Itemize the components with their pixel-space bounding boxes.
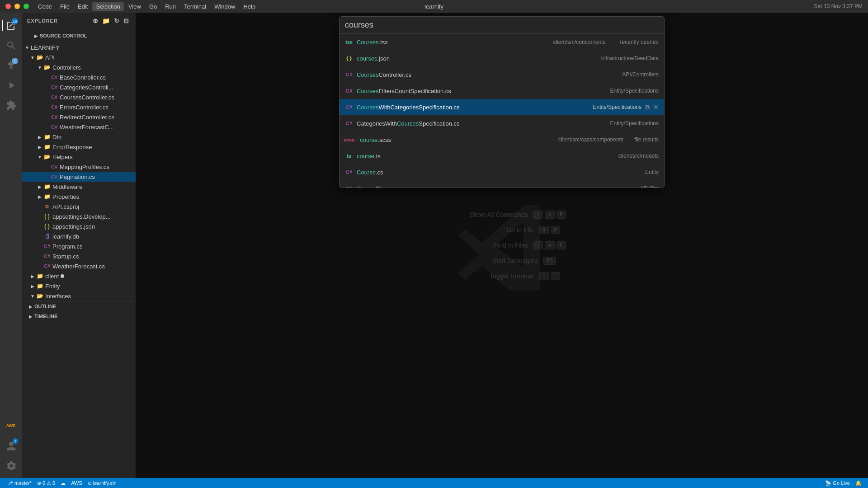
collapse-icon[interactable]: ⊟ — [123, 16, 130, 25]
timeline-header[interactable]: ▶ TIMELINE — [22, 311, 136, 321]
file-mappingprofiles[interactable]: ▶ C# MappingProfiles.cs — [22, 162, 136, 172]
file-weatherforecast[interactable]: ▶ C# WeatherForecastC... — [22, 122, 136, 132]
controllers-folder[interactable]: ▼ 📂 Controllers — [22, 62, 136, 72]
status-cloud[interactable]: ☁ — [58, 478, 68, 488]
file-label5: RedirectController.cs — [60, 114, 114, 121]
file-label8: Pagination.cs — [60, 174, 95, 180]
menu-edit[interactable]: Edit — [74, 2, 91, 11]
menu-view[interactable]: View — [125, 2, 145, 11]
file-weatherforecastcs[interactable]: ▶ C# WeatherForecast.cs — [22, 261, 136, 271]
api-folder[interactable]: ▼ 📂 API — [22, 52, 136, 62]
middleware-folder[interactable]: ▶ 📁 Middleware — [22, 182, 136, 192]
settings-icon[interactable] — [2, 456, 20, 474]
close-button[interactable] — [5, 4, 11, 9]
menu-run[interactable]: Run — [161, 2, 179, 11]
palette-item-coursesfilters[interactable]: C# CoursesFiltersCountSpecification.cs E… — [340, 83, 664, 99]
interfaces-folder[interactable]: ▼ 📂 Interfaces — [22, 291, 136, 301]
controllers-folder-icon: 📂 — [43, 64, 51, 71]
extensions-icon[interactable] — [2, 96, 20, 114]
new-folder-icon[interactable]: 📁 — [101, 16, 111, 25]
activity-bottom: AWS 1 — [2, 417, 20, 478]
status-errors[interactable]: ⊗ 0 ⚠ 0 — [34, 478, 58, 488]
status-branch[interactable]: ⎇ master* — [4, 478, 34, 488]
menu-code[interactable]: Code — [34, 2, 56, 11]
status-solution[interactable]: ⊙ learnify.sln — [85, 478, 119, 488]
file-appsettingsdev[interactable]: ▶ { } appsettings.Develop... — [22, 211, 136, 221]
cs-icon6: C# — [51, 123, 58, 131]
palette-item-course-cs[interactable]: C# Course.cs Entity — [340, 164, 664, 180]
menu-file[interactable]: File — [57, 2, 73, 11]
refresh-icon[interactable]: ↻ — [113, 16, 121, 25]
file-redirectcontroller[interactable]: ▶ C# RedirectController.cs — [22, 112, 136, 122]
palette-item-courses-json[interactable]: { } courses.json Infrastructure/SeedData — [340, 50, 664, 66]
aws-icon[interactable]: AWS — [2, 417, 20, 435]
palette-item-courseswithcategories[interactable]: C# CoursesWithCategoriesSpecification.cs… — [340, 99, 664, 115]
cs-palette-icon3: C# — [345, 103, 353, 111]
solution-label: learnify.sln — [93, 480, 117, 486]
explorer-icon[interactable]: 19 — [2, 16, 20, 34]
helpers-folder[interactable]: ▼ 📂 Helpers — [22, 152, 136, 162]
client-folder[interactable]: ▶ 📁 client — [22, 271, 136, 281]
palette-search-input[interactable] — [345, 20, 659, 30]
file-label14: Startup.cs — [52, 253, 79, 260]
palette-item-course-scss[interactable]: scss _course.scss client/src/sass/compon… — [340, 131, 664, 148]
file-label10: appsettings.Develop... — [52, 213, 111, 220]
palette-path-coursescontroller: API/Controllers — [622, 71, 659, 78]
file-errorscontroller[interactable]: ▶ C# ErrorsController.cs — [22, 102, 136, 112]
menu-go[interactable]: Go — [146, 2, 160, 11]
menu-help[interactable]: Help — [240, 2, 259, 11]
file-basecontroller[interactable]: ▶ C# BaseController.cs — [22, 72, 136, 82]
status-live[interactable]: 📡 Go Live — [822, 478, 853, 488]
dto-folder[interactable]: ▶ 📁 Dto — [22, 132, 136, 142]
close-result-icon[interactable]: ✕ — [653, 103, 659, 111]
interfaces-arrow: ▼ — [29, 292, 36, 300]
status-bar: ⎇ master* ⊗ 0 ⚠ 0 ☁ AWS ⊙ learnify.sln 📡… — [0, 478, 868, 488]
errorresponse-folder[interactable]: ▶ 📁 ErrorResponse — [22, 142, 136, 152]
dto-icon: 📁 — [43, 133, 51, 141]
file-appsettingsjson[interactable]: ▶ { } appsettings.json — [22, 221, 136, 231]
minimize-button[interactable] — [14, 4, 20, 9]
run-icon[interactable] — [2, 76, 20, 94]
palette-item-categorieswithcourses[interactable]: C# CategoriesWithCoursesSpecification.cs… — [340, 115, 664, 131]
status-aws[interactable]: AWS — [68, 478, 85, 488]
file-learnifydb[interactable]: ▶ 🗄 learnify.db — [22, 231, 136, 241]
command-palette-overlay[interactable]: tsx Courses.tsx client/src/components re… — [136, 13, 868, 478]
source-control-activity-icon[interactable]: 1 — [2, 56, 20, 74]
main-layout: 19 1 AWS 1 EXPLORER — [0, 13, 868, 478]
interfaces-folder-icon: 📂 — [36, 292, 43, 300]
split-editor-icon[interactable]: ⧉ — [645, 103, 650, 111]
file-label12: learnify.db — [52, 233, 79, 240]
new-file-icon[interactable]: ⊕ — [92, 16, 99, 25]
palette-path-course-ts: client/src/models — [618, 153, 659, 159]
properties-folder[interactable]: ▶ 📁 Properties — [22, 192, 136, 202]
file-results-label: file results — [634, 136, 659, 143]
palette-item-course-ts[interactable]: ts course.ts client/src/models — [340, 148, 664, 164]
palette-item-coursedto[interactable]: C# CourseDto.cs API/Dto — [340, 180, 664, 188]
file-startup[interactable]: ▶ C# Startup.cs — [22, 251, 136, 261]
file-categoriescontroller[interactable]: ▶ C# CategoriesControll... — [22, 82, 136, 92]
entity-folder[interactable]: ▶ 📁 Entity — [22, 281, 136, 291]
json-icon: { } — [43, 213, 51, 220]
palette-item-courses-tsx[interactable]: tsx Courses.tsx client/src/components re… — [340, 34, 664, 50]
search-icon[interactable] — [2, 36, 20, 54]
file-apicsproj[interactable]: ▶ ⚙ API.csproj — [22, 202, 136, 211]
file-pagination[interactable]: ▶ C# Pagination.cs — [22, 172, 136, 182]
cs-icon9: C# — [43, 243, 51, 250]
dto-arrow: ▶ — [36, 133, 43, 141]
menu-window[interactable]: Window — [211, 2, 239, 11]
controllers-label: Controllers — [52, 64, 81, 71]
outline-header[interactable]: ▶ OUTLINE — [22, 301, 136, 311]
cs-icon8: C# — [51, 173, 58, 180]
status-notification-icon[interactable]: 🔔 — [853, 478, 864, 488]
source-control-header[interactable]: ▶ SOURCE CONTROL — [22, 31, 136, 41]
menu-selection[interactable]: Selection — [92, 2, 123, 11]
entity-label: Entity — [45, 283, 60, 290]
palette-item-coursescontroller[interactable]: C# CoursesController.cs API/Controllers — [340, 66, 664, 83]
maximize-button[interactable] — [24, 4, 29, 9]
account-icon[interactable]: 1 — [2, 436, 20, 455]
file-program[interactable]: ▶ C# Program.cs — [22, 241, 136, 251]
client-dot — [61, 274, 64, 278]
file-coursescontroller[interactable]: ▶ C# CoursesController.cs — [22, 92, 136, 102]
menu-terminal[interactable]: Terminal — [180, 2, 210, 11]
learnify-root[interactable]: ▼ LEARNIFY — [22, 42, 136, 52]
